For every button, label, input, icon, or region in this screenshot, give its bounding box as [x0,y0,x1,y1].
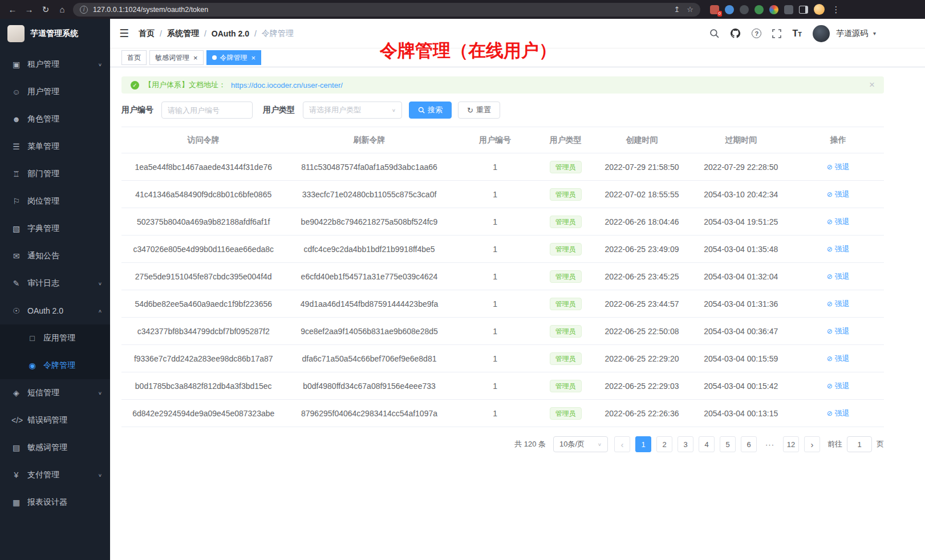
tab-item[interactable]: 敏感词管理× [149,50,204,65]
force-logout-button[interactable]: ⊘强退 [827,217,850,227]
site-info-icon[interactable]: i [80,6,88,14]
app-title: 芋道管理系统 [30,29,78,39]
main-area: ☰ 首页/系统管理/OAuth 2.0/令牌管理 ? TT 芋道源码 [110,19,925,560]
force-logout-label: 强退 [835,354,850,364]
browser-reload-icon[interactable]: ↻ [40,5,51,15]
tab-close-icon[interactable]: × [193,54,198,62]
sidebar-item[interactable]: ☺用户管理 [0,78,110,105]
page-button-5[interactable]: 5 [720,436,736,452]
bookmark-star-icon[interactable]: ☆ [687,5,693,14]
tab-item[interactable]: 令牌管理× [206,50,262,65]
user-type-tag: 管理员 [550,352,582,365]
force-logout-button[interactable]: ⊘强退 [827,408,850,419]
sidebar-item[interactable]: □应用管理 [0,324,110,352]
page-button-4[interactable]: 4 [699,436,715,452]
sidebar-item[interactable]: ¥支付管理∨ [0,461,110,489]
user-id-input[interactable] [161,102,253,119]
breadcrumb-item[interactable]: 首页 [139,29,155,39]
tenant-icon: ▣ [11,60,21,69]
page-button-6[interactable]: 6 [741,436,757,452]
force-logout-button[interactable]: ⊘强退 [827,244,850,254]
sidebar-item-label: 租户管理 [27,59,92,70]
extension-icon[interactable] [769,5,778,14]
user-name[interactable]: 芋道源码 [836,29,868,39]
tab-close-icon[interactable]: × [251,54,256,62]
extension-icon[interactable]: 0 [710,5,719,14]
sidebar-item[interactable]: ▧字典管理 [0,215,110,242]
browser-url-bar[interactable]: i 127.0.0.1:1024/system/oauth2/token ↥ ☆ [73,3,700,17]
page-size-select[interactable]: 10条/页 ∨ [553,436,608,452]
extension-icon[interactable] [754,5,764,14]
browser-forward-icon[interactable]: → [23,5,35,14]
github-icon[interactable] [730,28,741,39]
sidebar-item[interactable]: ▤敏感词管理 [0,434,110,461]
chevron-down-icon: ∨ [98,281,102,286]
sidebar-item[interactable]: ♖部门管理 [0,160,110,188]
sidebar-item[interactable]: ☉OAuth 2.0∧ [0,297,110,324]
user-avatar[interactable] [813,25,830,42]
prev-page-button[interactable]: ‹ [614,436,630,452]
app-logo[interactable]: 芋道管理系统 [0,19,110,48]
sidebar-item[interactable]: ☻角色管理 [0,105,110,133]
breadcrumb-item[interactable]: 系统管理 [167,29,199,39]
reset-button[interactable]: ↻ 重置 [458,102,500,119]
caret-down-icon[interactable]: ▾ [873,30,876,36]
browser-home-icon[interactable]: ⌂ [56,5,68,14]
sidebar-item[interactable]: </>错误码管理 [0,407,110,434]
action-cell: ⊘强退 [793,208,884,236]
sidebar-item[interactable]: ✎审计日志∨ [0,270,110,297]
help-icon[interactable]: ? [752,29,761,38]
browser-back-icon[interactable]: ← [7,5,18,14]
force-logout-button[interactable]: ⊘强退 [827,326,850,336]
role-icon: ☻ [11,115,21,124]
refresh-token-cell: 9ce8ef2aa9f14056b831ae9b608e28d5 [285,318,453,345]
sidebar-item[interactable]: ▣租户管理∨ [0,51,110,78]
search-button-label: 搜索 [428,105,443,115]
doc-link[interactable]: https://doc.iocoder.cn/user-center/ [231,81,343,90]
sidebar-item[interactable]: ✉通知公告 [0,242,110,270]
more-pages-button[interactable]: ··· [762,436,778,452]
user-type-select[interactable]: 请选择用户类型 ∨ [303,102,402,119]
sidebar-item[interactable]: ⚐岗位管理 [0,188,110,215]
force-logout-button[interactable]: ⊘强退 [827,354,850,364]
page-button-2[interactable]: 2 [656,436,672,452]
goto-page-input[interactable] [847,436,872,452]
sidebar-item-label: 菜单管理 [27,141,102,152]
next-page-button[interactable]: › [804,436,820,452]
sidebar-collapse-icon[interactable]: ☰ [119,27,129,40]
search-icon[interactable] [709,29,719,38]
extension-icon[interactable] [740,5,749,14]
force-logout-button[interactable]: ⊘强退 [827,162,850,172]
alert-close-icon[interactable]: × [869,79,875,91]
browser-menu-icon[interactable]: ⋮ [830,5,842,15]
force-logout-button[interactable]: ⊘强退 [827,189,850,200]
refresh-token-cell: dfa6c71a50a54c66bef706ef9e6e8d81 [285,345,453,372]
payment-icon: ¥ [11,470,21,480]
user-type-tag: 管理员 [550,243,582,255]
table-row: 275e5de9151045fe87cbdc395e004f4de6cfd40e… [121,263,884,290]
search-button[interactable]: 搜索 [409,102,452,119]
font-size-icon[interactable]: TT [792,29,802,39]
force-logout-button[interactable]: ⊘强退 [827,271,850,282]
page-button-3[interactable]: 3 [677,436,693,452]
side-panel-icon[interactable] [799,6,808,14]
share-icon[interactable]: ↥ [674,5,680,14]
page-button-1[interactable]: 1 [635,436,651,452]
action-cell: ⊘强退 [793,263,884,290]
sidebar-item[interactable]: ▦报表设计器 [0,489,110,516]
fullscreen-icon[interactable] [772,29,781,38]
create-time-cell: 2022-06-25 23:49:09 [594,236,689,263]
tab-item[interactable]: 首页 [121,50,147,65]
sidebar-item[interactable]: ◈短信管理∨ [0,379,110,407]
column-header: 用户编号 [453,127,537,153]
force-logout-button[interactable]: ⊘强退 [827,299,850,309]
breadcrumb-item[interactable]: OAuth 2.0 [212,29,249,38]
page-button-12[interactable]: 12 [783,436,799,452]
sidebar-item[interactable]: ◉令牌管理 [0,352,110,379]
extension-icon[interactable] [725,5,734,14]
force-logout-button[interactable]: ⊘强退 [827,381,850,391]
access-token-cell: 54d6be82ee5a460a9aedc1f9bf223656 [121,290,285,318]
sidebar-item[interactable]: ☰菜单管理 [0,133,110,160]
extension-icon[interactable] [784,5,793,14]
browser-profile-avatar[interactable] [814,4,825,15]
